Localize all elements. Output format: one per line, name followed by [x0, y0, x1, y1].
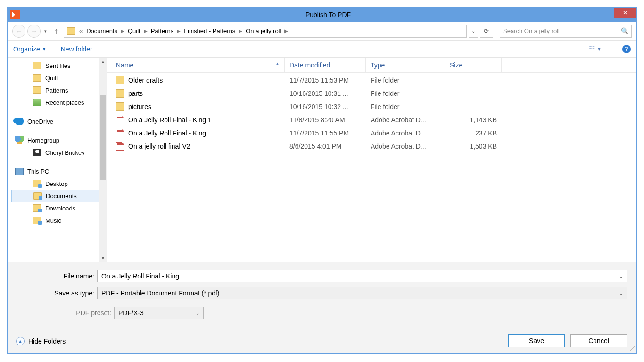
- sidebar-item-label: Homegroup: [27, 137, 59, 144]
- toolbar: Organize ▼ New folder ☷ ▼ ?: [8, 41, 636, 58]
- folder-sp-icon: [33, 204, 41, 212]
- search-input[interactable]: Search On a jelly roll 🔍: [500, 25, 632, 38]
- window-title: Publish To PDF: [20, 11, 636, 18]
- breadcrumb[interactable]: « Documents▶ Quilt▶ Patterns▶ Finished -…: [64, 25, 467, 38]
- up-button[interactable]: ↑: [50, 27, 62, 35]
- file-date: 11/8/2015 8:20 AM: [285, 116, 366, 124]
- organize-label: Organize: [13, 45, 40, 53]
- chevron-down-icon: ▼: [597, 46, 602, 51]
- chevron-down-icon: ▼: [42, 46, 47, 51]
- column-size[interactable]: Size: [445, 58, 502, 72]
- filename-input[interactable]: On a Jelly Roll Final - King ⌄: [97, 270, 627, 282]
- sidebar-scrollbar[interactable]: ▲ ▼: [99, 58, 107, 262]
- folder-sp-icon: [33, 217, 41, 224]
- breadcrumb-item[interactable]: Finished - Patterns: [182, 27, 237, 34]
- cancel-button[interactable]: Cancel: [570, 334, 627, 347]
- file-type: File folder: [366, 103, 445, 110]
- sidebar-item[interactable]: Sent files: [11, 59, 107, 72]
- sidebar-item-label: Patterns: [45, 87, 68, 94]
- sidebar-item[interactable]: Quilt: [11, 72, 107, 84]
- column-type[interactable]: Type: [366, 58, 445, 72]
- sidebar-item[interactable]: Documents: [11, 190, 107, 202]
- sidebar-item[interactable]: Patterns: [11, 84, 107, 96]
- sidebar-item[interactable]: Music: [11, 214, 107, 227]
- save-button[interactable]: Save: [508, 334, 565, 347]
- folder-icon: [116, 76, 124, 84]
- filename-label: File name:: [17, 272, 94, 280]
- hide-folders-button[interactable]: ▲ Hide Folders: [16, 337, 66, 345]
- sidebar-item[interactable]: Desktop: [11, 177, 107, 190]
- preset-row: PDF preset: PDF/X-3 ⌄: [17, 307, 627, 319]
- chevron-down-icon: ⌄: [619, 291, 623, 296]
- folder-icon: [116, 89, 124, 98]
- savetype-value: PDF - Portable Document Format (*.pdf): [101, 289, 220, 297]
- file-name: pictures: [128, 103, 151, 110]
- savetype-select[interactable]: PDF - Portable Document Format (*.pdf) ⌄: [97, 287, 627, 299]
- breadcrumb-item[interactable]: Documents: [84, 27, 119, 34]
- file-row[interactable]: parts10/16/2015 10:31 ...File folder: [107, 87, 636, 100]
- file-type: Adobe Acrobat D...: [366, 129, 445, 137]
- file-row[interactable]: On a Jelly Roll Final - King 111/8/2015 …: [107, 113, 636, 126]
- file-row[interactable]: Older drafts11/7/2015 11:53 PMFile folde…: [107, 74, 636, 87]
- refresh-button[interactable]: ⟳: [480, 25, 493, 38]
- recent-locations-button[interactable]: ▾: [42, 29, 49, 34]
- sidebar-item[interactable]: Recent places: [11, 96, 107, 109]
- sidebar-item[interactable]: OneDrive: [11, 115, 107, 127]
- file-type: File folder: [366, 76, 445, 84]
- folder-icon: [67, 27, 75, 35]
- sidebar-item[interactable]: Cheryl Brickey: [11, 146, 107, 159]
- breadcrumb-dropdown[interactable]: ⌄: [469, 25, 478, 38]
- file-date: 10/16/2015 10:32 ...: [285, 103, 366, 110]
- pdf-preset-select[interactable]: PDF/X-3 ⌄: [114, 307, 204, 319]
- help-button[interactable]: ?: [622, 45, 631, 53]
- breadcrumb-item[interactable]: On a jelly roll: [244, 27, 283, 34]
- file-row[interactable]: On a jelly roll final V28/6/2015 4:01 PM…: [107, 140, 636, 153]
- body: Sent filesQuiltPatternsRecent placesOneD…: [8, 58, 636, 262]
- sidebar-item-label: Downloads: [45, 205, 75, 212]
- file-row[interactable]: pictures10/16/2015 10:32 ...File folder: [107, 100, 636, 113]
- chevron-down-icon: ⌄: [619, 274, 623, 279]
- app-icon: [10, 10, 20, 19]
- scroll-down-icon[interactable]: ▼: [99, 254, 107, 262]
- breadcrumb-item[interactable]: Quilt: [126, 27, 142, 34]
- homegroup-icon: [15, 136, 24, 144]
- column-date[interactable]: Date modified: [285, 58, 366, 72]
- sort-asc-icon: ▲: [275, 61, 280, 66]
- chevron-up-icon: ▲: [16, 337, 25, 345]
- folder-icon: [33, 86, 41, 94]
- column-name[interactable]: Name ▲: [107, 58, 285, 72]
- forward-button[interactable]: →: [27, 25, 41, 38]
- back-button[interactable]: ←: [12, 25, 25, 38]
- new-folder-label: New folder: [61, 45, 92, 53]
- sidebar-item-label: Recent places: [45, 99, 84, 106]
- file-name: parts: [128, 90, 143, 97]
- sidebar-item-label: This PC: [27, 168, 49, 175]
- sidebar-item[interactable]: Homegroup: [11, 134, 107, 146]
- view-options-button[interactable]: ☷ ▼: [589, 45, 602, 53]
- organize-button[interactable]: Organize ▼: [13, 45, 47, 53]
- recent-icon: [33, 99, 41, 106]
- search-icon: 🔍: [621, 27, 628, 34]
- filename-row: File name: On a Jelly Roll Final - King …: [17, 270, 627, 282]
- preset-value: PDF/X-3: [118, 309, 144, 317]
- sidebar-item[interactable]: Downloads: [11, 202, 107, 214]
- folder-icon: [33, 62, 41, 69]
- sidebar-item[interactable]: This PC: [11, 165, 107, 177]
- bottom-panel: File name: On a Jelly Roll Final - King …: [8, 262, 636, 353]
- file-name: On a jelly roll final V2: [128, 143, 190, 150]
- folder-icon: [116, 102, 124, 111]
- breadcrumb-item[interactable]: Patterns: [149, 27, 175, 34]
- resize-grip[interactable]: [629, 345, 635, 351]
- scroll-thumb[interactable]: [100, 95, 106, 180]
- scroll-up-icon[interactable]: ▲: [99, 58, 107, 66]
- file-type: File folder: [366, 90, 445, 97]
- close-button[interactable]: ✕: [614, 8, 636, 18]
- file-list-header: Name ▲ Date modified Type Size: [107, 58, 636, 73]
- folder-icon: [33, 74, 41, 82]
- new-folder-button[interactable]: New folder: [61, 45, 92, 53]
- chevron-down-icon: ⌄: [196, 311, 199, 316]
- save-label: Save: [529, 337, 544, 345]
- file-row[interactable]: On a Jelly Roll Final - King11/7/2015 11…: [107, 126, 636, 140]
- pdf-icon: [116, 129, 124, 137]
- file-list: Name ▲ Date modified Type Size Older dra…: [107, 58, 636, 262]
